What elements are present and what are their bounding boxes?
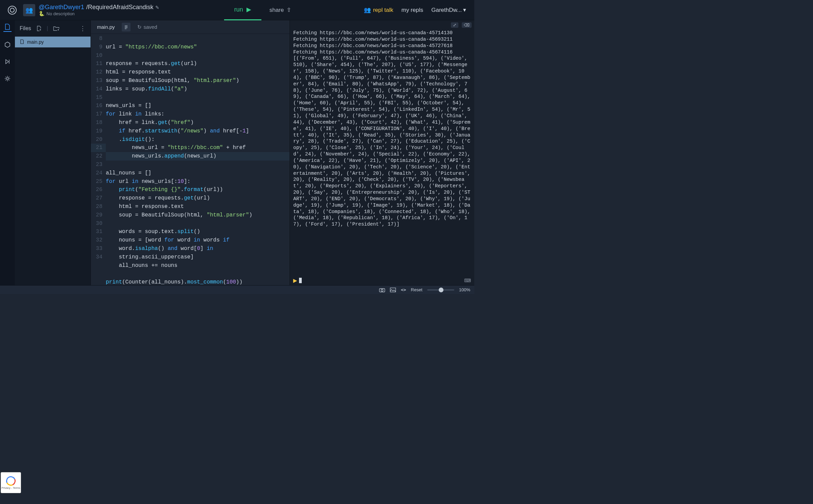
file-menu-icon[interactable]: ⋮ [80,25,86,32]
share-button[interactable]: share ⇧ [261,0,300,20]
new-folder-icon[interactable] [53,25,60,31]
svg-point-6 [381,289,383,291]
console-output: Fetching https://bbc.com/news/world-us-c… [290,30,474,276]
share-label: share [270,7,284,14]
file-panel-header: Files | ⋮ [15,20,91,37]
zoom-level: 100% [459,287,470,292]
file-item-label: main.py [27,39,44,45]
svg-point-0 [8,6,16,14]
python-icon: 🐍 [39,11,44,16]
file-item-main[interactable]: main.py [15,37,91,47]
repl-description: No description [46,11,75,16]
top-bar: 👥 @GarethDwyer1/RequiredAfraidScandisk ✎… [0,0,474,20]
editor-tab[interactable]: main.py [97,24,115,30]
cursor [299,278,302,283]
sidebar-settings-icon[interactable] [3,75,12,83]
replit-logo[interactable] [4,2,20,18]
editor-panel: main.py ↻ saved 891011121314151617181920… [91,20,290,285]
keyboard-icon[interactable]: ⌨ [464,278,471,283]
prompt-icon: ▶ [293,278,297,283]
reset-zoom[interactable]: Reset [411,287,422,292]
save-status: ↻ saved [137,24,157,30]
sidebar-debug-icon[interactable] [3,58,12,66]
icon-sidebar [0,20,15,285]
svg-point-2 [6,78,8,80]
top-nav: 👥 repl talk my repls GarethDw... ▾ [364,6,474,14]
repl-title-block: @GarethDwyer1/RequiredAfraidScandisk ✎ 🐍… [39,4,159,16]
camera-icon[interactable] [379,288,385,292]
sidebar-files-icon[interactable] [3,24,12,32]
console-controls: ⤢ ⌫ [290,20,474,30]
run-label: run [234,6,243,13]
console-panel: ⤢ ⌫ Fetching https://bbc.com/news/world-… [290,20,474,285]
editor-tab-bar: main.py ↻ saved [91,20,290,34]
user-menu[interactable]: GarethDw... ▾ [431,6,466,14]
files-title: Files [20,25,31,31]
avatar[interactable]: 👥 [23,4,35,16]
play-icon: ▶ [246,6,251,13]
owner-handle[interactable]: @GarethDwyer1 [39,4,84,11]
share-icon: ⇧ [286,6,291,14]
edit-name-icon[interactable]: ✎ [155,5,159,10]
console-prompt[interactable]: ▶ ⌨ [290,276,474,285]
zoom-slider-thumb[interactable] [439,288,443,292]
svg-point-1 [10,8,14,12]
code-icon[interactable]: <> [401,287,406,292]
file-panel: Files | ⋮ main.py [15,20,91,285]
history-icon: ↻ [137,24,142,30]
people-icon: 👥 [364,6,371,14]
bottom-bar: <> Reset 100% [0,285,474,294]
code-editor[interactable]: 8910111213141516171819202122232425262728… [91,34,290,285]
run-button[interactable]: run ▶ [224,0,261,20]
repl-name: /RequiredAfraidScandisk [86,4,153,11]
new-file-icon[interactable] [36,25,42,31]
file-icon [20,39,24,45]
repl-talk-link[interactable]: 👥 repl talk [364,6,393,14]
main-area: Files | ⋮ main.py main.py ↻ [0,20,474,285]
image-icon[interactable] [390,288,396,292]
doc-preview-icon[interactable] [122,23,131,31]
chevron-down-icon: ▾ [463,6,466,14]
console-popout-icon[interactable]: ⤢ [451,22,458,28]
console-clear-icon[interactable]: ⌫ [462,22,472,28]
my-repls-link[interactable]: my repls [401,7,423,14]
sidebar-packages-icon[interactable] [3,41,12,49]
zoom-slider[interactable] [427,289,454,291]
